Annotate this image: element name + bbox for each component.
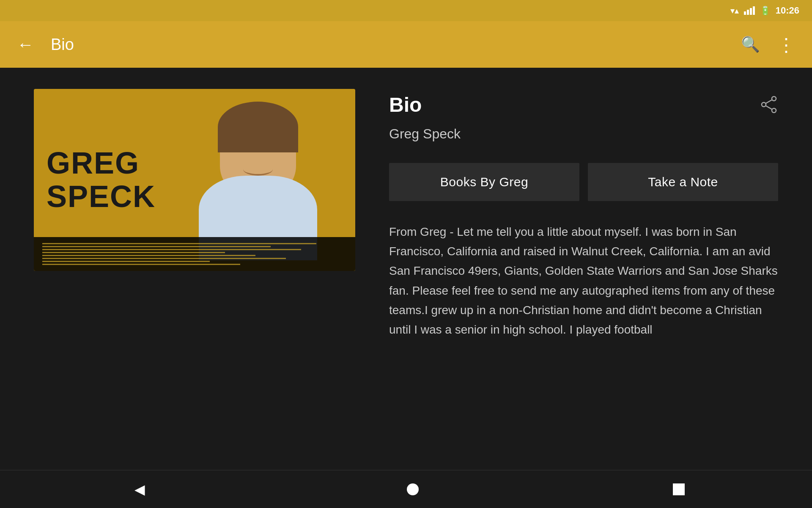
image-card: GREG SPECK (34, 89, 355, 271)
bio-title: Bio (389, 93, 422, 116)
stripe-lines (34, 239, 355, 269)
bio-content: Bio Greg Speck Books By Greg Take a Note… (389, 89, 778, 449)
card-last-name: SPECK (47, 180, 156, 213)
person-image (186, 95, 330, 260)
bio-body-text: From Greg - Let me tell you a little abo… (389, 222, 778, 340)
bio-header: Bio (389, 93, 778, 118)
bottom-navigation: ◀ (0, 470, 812, 508)
toolbar-actions: 🔍 ⋮ (741, 34, 795, 55)
svg-point-0 (772, 97, 776, 101)
more-options-icon[interactable]: ⋮ (777, 34, 795, 55)
wifi-icon: ▾▴ (730, 6, 739, 16)
signal-icon (744, 6, 755, 15)
card-first-name: GREG (47, 146, 156, 180)
status-bar: ▾▴ 🔋 10:26 (0, 0, 812, 21)
back-nav-button[interactable]: ◀ (127, 477, 153, 502)
svg-line-4 (766, 106, 772, 109)
toolbar-title: Bio (51, 36, 724, 54)
svg-point-1 (772, 108, 776, 113)
battery-icon: 🔋 (760, 6, 771, 16)
books-by-greg-button[interactable]: Books By Greg (389, 163, 579, 201)
search-icon[interactable]: 🔍 (741, 36, 760, 53)
back-triangle-icon: ◀ (134, 481, 145, 497)
recent-nav-button[interactable] (673, 483, 685, 495)
home-nav-button[interactable] (407, 483, 419, 495)
back-button[interactable]: ← (17, 35, 34, 54)
bottom-stripe (34, 237, 355, 271)
action-buttons: Books By Greg Take a Note (389, 163, 778, 201)
status-time: 10:26 (776, 5, 799, 16)
svg-line-3 (766, 100, 772, 103)
share-button[interactable] (760, 95, 778, 118)
main-content: GREG SPECK (0, 68, 812, 470)
svg-point-2 (762, 102, 766, 107)
image-background: GREG SPECK (34, 89, 355, 271)
take-a-note-button[interactable]: Take a Note (588, 163, 778, 201)
back-arrow-icon: ← (17, 35, 34, 54)
bio-author: Greg Speck (389, 126, 778, 142)
toolbar: ← Bio 🔍 ⋮ (0, 21, 812, 68)
person-hair (218, 102, 298, 152)
card-name-text: GREG SPECK (47, 146, 156, 213)
